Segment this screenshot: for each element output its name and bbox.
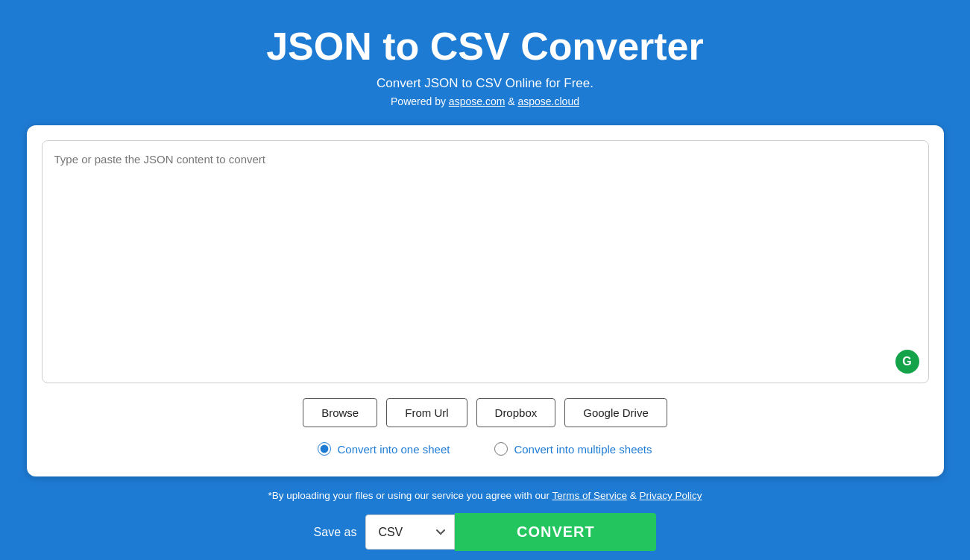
aspose-cloud-link[interactable]: aspose.cloud	[517, 95, 579, 107]
browse-button[interactable]: Browse	[303, 398, 377, 427]
save-as-label: Save as	[314, 526, 357, 539]
terms-link[interactable]: Terms of Service	[552, 490, 627, 501]
google-drive-button[interactable]: Google Drive	[564, 398, 667, 427]
one-sheet-label: Convert into one sheet	[337, 443, 450, 456]
page-title: JSON to CSV Converter	[266, 24, 704, 69]
main-card: G Browse From Url Dropbox Google Drive C…	[27, 125, 944, 476]
from-url-button[interactable]: From Url	[386, 398, 467, 427]
powered-by: Powered by aspose.com & aspose.cloud	[266, 95, 704, 107]
save-convert-row: Save as CSV XLSX ODS CONVERT	[268, 513, 702, 551]
multiple-sheets-option[interactable]: Convert into multiple sheets	[494, 442, 652, 456]
aspose-com-link[interactable]: aspose.com	[449, 95, 505, 107]
convert-button[interactable]: CONVERT	[455, 513, 656, 551]
file-buttons-row: Browse From Url Dropbox Google Drive	[42, 398, 929, 427]
one-sheet-radio[interactable]	[318, 442, 331, 456]
privacy-link[interactable]: Privacy Policy	[639, 490, 702, 501]
subtitle: Convert JSON to CSV Online for Free.	[266, 76, 704, 91]
one-sheet-option[interactable]: Convert into one sheet	[318, 442, 450, 456]
multiple-sheets-radio[interactable]	[494, 442, 508, 456]
page-header: JSON to CSV Converter Convert JSON to CS…	[251, 0, 719, 125]
textarea-wrapper: G	[42, 140, 929, 383]
powered-by-text: Powered by	[391, 95, 449, 107]
save-as-select[interactable]: CSV XLSX ODS	[365, 515, 455, 550]
grammarly-icon: G	[895, 350, 919, 374]
multiple-sheets-label: Convert into multiple sheets	[514, 443, 652, 456]
dropbox-button[interactable]: Dropbox	[476, 398, 556, 427]
sheet-options-row: Convert into one sheet Convert into mult…	[42, 442, 929, 456]
terms-text: *By uploading your files or using our se…	[268, 490, 702, 501]
json-input[interactable]	[42, 141, 928, 380]
footer-section: *By uploading your files or using our se…	[268, 476, 702, 551]
